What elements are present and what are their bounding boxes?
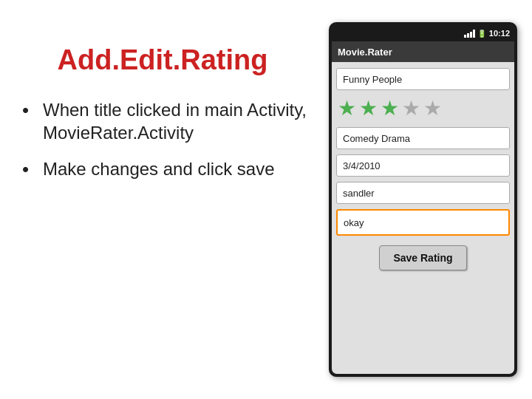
bullet-text-2: Make changes and click save <box>43 159 275 179</box>
app-content: Funny People ★ ★ ★ ★ ★ Comedy Drama 3/4/… <box>332 62 514 374</box>
page-title: Add.Edit.Rating <box>15 44 310 76</box>
star-3[interactable]: ★ <box>381 98 399 119</box>
director-field[interactable]: sandler <box>336 182 510 204</box>
genre-value: Comedy Drama <box>343 133 410 144</box>
star-1[interactable]: ★ <box>338 98 356 119</box>
star-5[interactable]: ★ <box>423 98 442 119</box>
signal-icon <box>464 29 475 38</box>
stars-row[interactable]: ★ ★ ★ ★ ★ <box>336 95 510 122</box>
phone-mockup: 🔋 10:12 Movie.Rater Funny People ★ ★ ★ ★… <box>329 22 517 377</box>
movie-title-value: Funny People <box>343 74 402 85</box>
review-value: okay <box>344 217 364 228</box>
save-button-container: Save Rating <box>336 241 510 273</box>
signal-bar-4 <box>473 30 475 38</box>
genre-field[interactable]: Comedy Drama <box>336 127 510 149</box>
director-value: sandler <box>343 188 375 199</box>
app-title-text: Movie.Rater <box>338 47 392 58</box>
phone-screen: 🔋 10:12 Movie.Rater Funny People ★ ★ ★ ★… <box>332 25 514 374</box>
bullet-list: When title clicked in main Activity, Mov… <box>15 98 310 181</box>
star-2[interactable]: ★ <box>359 98 378 119</box>
bullet-item-1: When title clicked in main Activity, Mov… <box>22 98 310 144</box>
signal-bar-1 <box>464 35 466 38</box>
signal-bar-3 <box>470 32 472 38</box>
bullet-text-1: When title clicked in main Activity, Mov… <box>43 100 307 143</box>
signal-bar-2 <box>467 33 469 38</box>
star-4[interactable]: ★ <box>402 98 420 119</box>
movie-title-field[interactable]: Funny People <box>336 68 510 90</box>
date-value: 3/4/2010 <box>343 160 381 171</box>
left-panel: Add.Edit.Rating When title clicked in ma… <box>15 44 310 194</box>
save-rating-button[interactable]: Save Rating <box>379 245 466 270</box>
status-bar-time: 10:12 <box>489 29 510 38</box>
bullet-item-2: Make changes and click save <box>22 157 310 180</box>
status-icons: 🔋 <box>464 29 486 38</box>
date-field[interactable]: 3/4/2010 <box>336 154 510 177</box>
status-bar: 🔋 10:12 <box>332 25 514 41</box>
battery-icon: 🔋 <box>477 30 486 38</box>
app-titlebar: Movie.Rater <box>332 41 514 62</box>
review-field[interactable]: okay <box>336 209 510 236</box>
